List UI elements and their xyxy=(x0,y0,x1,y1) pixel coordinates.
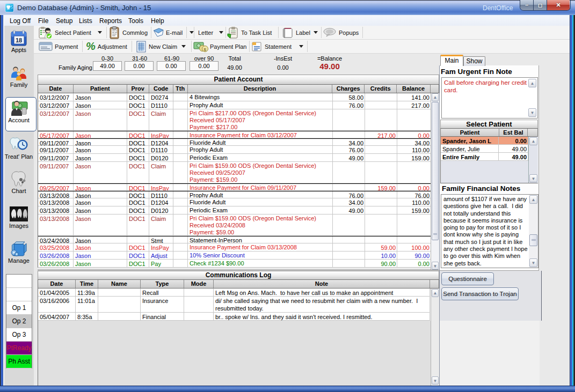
svg-text:$: $ xyxy=(204,47,207,51)
svg-text:18: 18 xyxy=(16,37,22,43)
